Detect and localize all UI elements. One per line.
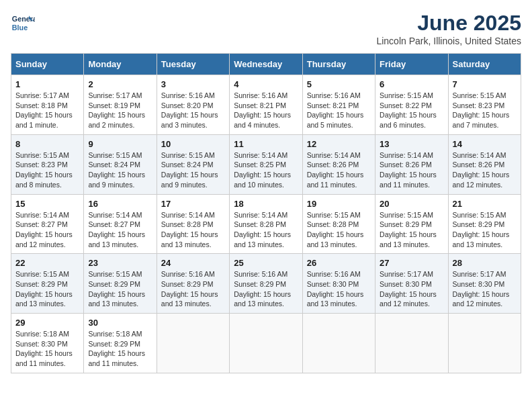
- subtitle: Lincoln Park, Illinois, United States: [376, 36, 521, 46]
- calendar-cell: [448, 314, 521, 373]
- day-info: Sunrise: 5:17 AM Sunset: 8:18 PM Dayligh…: [15, 91, 79, 130]
- day-number: 16: [88, 199, 152, 209]
- calendar-cell: 12Sunrise: 5:14 AM Sunset: 8:26 PM Dayli…: [302, 134, 375, 194]
- day-info: Sunrise: 5:15 AM Sunset: 8:29 PM Dayligh…: [380, 210, 443, 250]
- calendar-cell: 10Sunrise: 5:15 AM Sunset: 8:24 PM Dayli…: [157, 134, 229, 194]
- day-number: 3: [161, 79, 225, 89]
- calendar-cell: 18Sunrise: 5:14 AM Sunset: 8:28 PM Dayli…: [230, 194, 302, 254]
- calendar-week-row: 22Sunrise: 5:15 AM Sunset: 8:29 PM Dayli…: [11, 254, 521, 314]
- calendar-cell: 5Sunrise: 5:16 AM Sunset: 8:21 PM Daylig…: [302, 75, 375, 135]
- day-info: Sunrise: 5:14 AM Sunset: 8:26 PM Dayligh…: [380, 150, 443, 190]
- day-info: Sunrise: 5:15 AM Sunset: 8:28 PM Dayligh…: [307, 210, 371, 250]
- day-info: Sunrise: 5:15 AM Sunset: 8:29 PM Dayligh…: [453, 210, 517, 250]
- day-number: 20: [380, 199, 443, 209]
- day-info: Sunrise: 5:15 AM Sunset: 8:29 PM Dayligh…: [15, 269, 79, 309]
- calendar-cell: 30Sunrise: 5:18 AM Sunset: 8:29 PM Dayli…: [84, 314, 157, 373]
- day-number: 29: [15, 318, 79, 328]
- day-number: 8: [15, 139, 79, 149]
- day-info: Sunrise: 5:15 AM Sunset: 8:23 PM Dayligh…: [453, 91, 517, 130]
- day-info: Sunrise: 5:16 AM Sunset: 8:21 PM Dayligh…: [234, 91, 298, 130]
- svg-text:Blue: Blue: [12, 24, 28, 32]
- day-info: Sunrise: 5:16 AM Sunset: 8:29 PM Dayligh…: [234, 269, 298, 309]
- day-info: Sunrise: 5:18 AM Sunset: 8:30 PM Dayligh…: [15, 329, 79, 369]
- calendar-cell: 26Sunrise: 5:16 AM Sunset: 8:30 PM Dayli…: [302, 254, 375, 314]
- calendar-header: SundayMondayTuesdayWednesdayThursdayFrid…: [11, 54, 521, 75]
- day-info: Sunrise: 5:16 AM Sunset: 8:30 PM Dayligh…: [307, 269, 371, 309]
- calendar-cell: 27Sunrise: 5:17 AM Sunset: 8:30 PM Dayli…: [375, 254, 448, 314]
- calendar-cell: 3Sunrise: 5:16 AM Sunset: 8:20 PM Daylig…: [157, 75, 229, 135]
- day-info: Sunrise: 5:16 AM Sunset: 8:21 PM Dayligh…: [307, 91, 371, 130]
- calendar-week-row: 29Sunrise: 5:18 AM Sunset: 8:30 PM Dayli…: [11, 314, 521, 373]
- day-info: Sunrise: 5:17 AM Sunset: 8:19 PM Dayligh…: [88, 91, 152, 130]
- calendar-cell: 8Sunrise: 5:15 AM Sunset: 8:23 PM Daylig…: [11, 134, 84, 194]
- day-number: 19: [307, 199, 371, 209]
- calendar-cell: 21Sunrise: 5:15 AM Sunset: 8:29 PM Dayli…: [448, 194, 521, 254]
- weekday-header: Wednesday: [230, 54, 302, 75]
- day-info: Sunrise: 5:15 AM Sunset: 8:24 PM Dayligh…: [88, 150, 152, 190]
- calendar-cell: 25Sunrise: 5:16 AM Sunset: 8:29 PM Dayli…: [230, 254, 302, 314]
- day-info: Sunrise: 5:17 AM Sunset: 8:30 PM Dayligh…: [453, 269, 517, 309]
- calendar-week-row: 1Sunrise: 5:17 AM Sunset: 8:18 PM Daylig…: [11, 75, 521, 135]
- day-info: Sunrise: 5:15 AM Sunset: 8:29 PM Dayligh…: [88, 269, 152, 309]
- calendar-cell: [157, 314, 229, 373]
- calendar-cell: 20Sunrise: 5:15 AM Sunset: 8:29 PM Dayli…: [375, 194, 448, 254]
- day-number: 10: [161, 139, 225, 149]
- day-number: 25: [234, 258, 298, 268]
- day-number: 6: [380, 79, 443, 89]
- logo-icon: General Blue: [11, 11, 35, 35]
- calendar-cell: [375, 314, 448, 373]
- day-info: Sunrise: 5:14 AM Sunset: 8:26 PM Dayligh…: [307, 150, 371, 190]
- logo: General Blue: [11, 11, 35, 35]
- calendar-cell: 16Sunrise: 5:14 AM Sunset: 8:27 PM Dayli…: [84, 194, 157, 254]
- weekday-header: Saturday: [448, 54, 521, 75]
- day-number: 15: [15, 199, 79, 209]
- calendar-cell: 2Sunrise: 5:17 AM Sunset: 8:19 PM Daylig…: [84, 75, 157, 135]
- day-info: Sunrise: 5:14 AM Sunset: 8:28 PM Dayligh…: [161, 210, 225, 250]
- weekday-header: Monday: [84, 54, 157, 75]
- day-info: Sunrise: 5:15 AM Sunset: 8:23 PM Dayligh…: [15, 150, 79, 190]
- day-info: Sunrise: 5:14 AM Sunset: 8:26 PM Dayligh…: [453, 150, 517, 190]
- day-number: 27: [380, 258, 443, 268]
- day-number: 24: [161, 258, 225, 268]
- day-info: Sunrise: 5:18 AM Sunset: 8:29 PM Dayligh…: [88, 329, 152, 369]
- calendar-cell: 14Sunrise: 5:14 AM Sunset: 8:26 PM Dayli…: [448, 134, 521, 194]
- weekday-header: Thursday: [302, 54, 375, 75]
- calendar-week-row: 15Sunrise: 5:14 AM Sunset: 8:27 PM Dayli…: [11, 194, 521, 254]
- day-number: 30: [88, 318, 152, 328]
- day-info: Sunrise: 5:14 AM Sunset: 8:25 PM Dayligh…: [234, 150, 298, 190]
- calendar-cell: 19Sunrise: 5:15 AM Sunset: 8:28 PM Dayli…: [302, 194, 375, 254]
- day-number: 2: [88, 79, 152, 89]
- day-number: 28: [453, 258, 517, 268]
- day-number: 5: [307, 79, 371, 89]
- day-number: 26: [307, 258, 371, 268]
- day-number: 1: [15, 79, 79, 89]
- calendar-cell: 17Sunrise: 5:14 AM Sunset: 8:28 PM Dayli…: [157, 194, 229, 254]
- header: General Blue June 2025 Lincoln Park, Ill…: [11, 11, 521, 46]
- calendar-cell: 22Sunrise: 5:15 AM Sunset: 8:29 PM Dayli…: [11, 254, 84, 314]
- day-number: 22: [15, 258, 79, 268]
- day-info: Sunrise: 5:14 AM Sunset: 8:27 PM Dayligh…: [15, 210, 79, 250]
- day-number: 17: [161, 199, 225, 209]
- day-info: Sunrise: 5:16 AM Sunset: 8:29 PM Dayligh…: [161, 269, 225, 309]
- main-title: June 2025: [376, 11, 521, 36]
- calendar: SundayMondayTuesdayWednesdayThursdayFrid…: [11, 53, 521, 373]
- calendar-cell: 1Sunrise: 5:17 AM Sunset: 8:18 PM Daylig…: [11, 75, 84, 135]
- day-info: Sunrise: 5:15 AM Sunset: 8:22 PM Dayligh…: [380, 91, 443, 130]
- day-number: 9: [88, 139, 152, 149]
- day-number: 4: [234, 79, 298, 89]
- day-number: 18: [234, 199, 298, 209]
- calendar-cell: [302, 314, 375, 373]
- calendar-cell: 4Sunrise: 5:16 AM Sunset: 8:21 PM Daylig…: [230, 75, 302, 135]
- calendar-cell: 9Sunrise: 5:15 AM Sunset: 8:24 PM Daylig…: [84, 134, 157, 194]
- day-number: 13: [380, 139, 443, 149]
- day-number: 14: [453, 139, 517, 149]
- calendar-cell: [230, 314, 302, 373]
- day-info: Sunrise: 5:16 AM Sunset: 8:20 PM Dayligh…: [161, 91, 225, 130]
- day-number: 21: [453, 199, 517, 209]
- weekday-header: Friday: [375, 54, 448, 75]
- day-info: Sunrise: 5:14 AM Sunset: 8:28 PM Dayligh…: [234, 210, 298, 250]
- day-info: Sunrise: 5:15 AM Sunset: 8:24 PM Dayligh…: [161, 150, 225, 190]
- day-number: 23: [88, 258, 152, 268]
- calendar-cell: 15Sunrise: 5:14 AM Sunset: 8:27 PM Dayli…: [11, 194, 84, 254]
- day-info: Sunrise: 5:17 AM Sunset: 8:30 PM Dayligh…: [380, 269, 443, 309]
